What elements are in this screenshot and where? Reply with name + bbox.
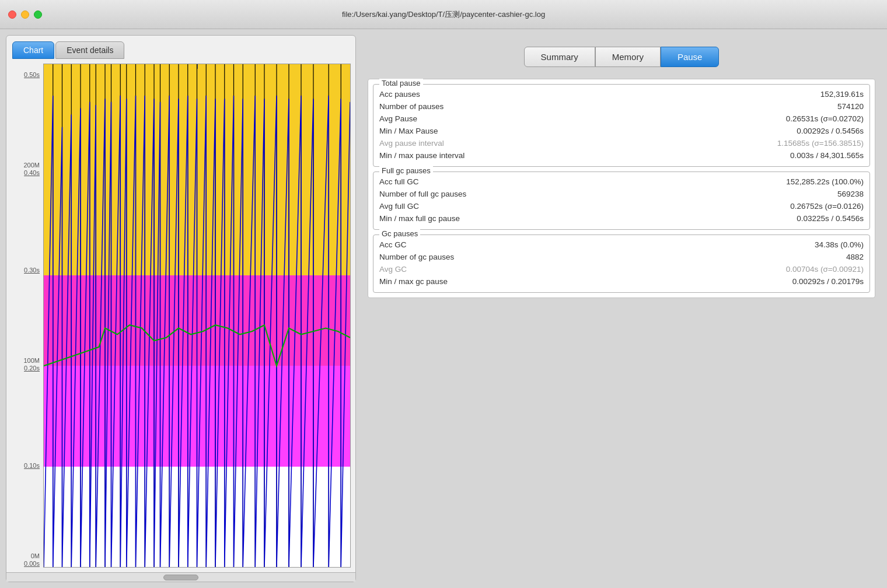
num-gc-value: 4882 [846, 253, 864, 261]
min-max-full-gc-label: Min / max full gc pause [379, 214, 460, 223]
avg-pause-label: Avg Pause [379, 114, 417, 123]
gc-pauses-title: Gc pauses [379, 229, 420, 238]
chart-tab-bar: Chart Event details [6, 36, 355, 59]
chart-area: 0.50s 200M 0.40s 0.30s 100M 0.20s 0.10s [6, 59, 355, 572]
avg-gc-label: Avg GC [379, 265, 407, 274]
right-tab-bar: Summary Memory Pause [368, 47, 875, 67]
num-full-gc-row: Number of full gc pauses 569238 [379, 188, 864, 200]
acc-full-gc-label: Acc full GC [379, 177, 419, 186]
min-max-gc-value: 0.00292s / 0.20179s [792, 277, 864, 286]
min-max-interval-value: 0.003s / 84,301.565s [790, 151, 864, 160]
chart-panel: Chart Event details 0.50s 200M 0.40s 0.3… [6, 35, 356, 582]
total-pause-title: Total pause [379, 79, 423, 88]
acc-full-gc-row: Acc full GC 152,285.22s (100.0%) [379, 176, 864, 188]
chart-tab[interactable]: Chart [12, 41, 54, 59]
acc-gc-label: Acc GC [379, 240, 407, 249]
num-full-gc-label: Number of full gc pauses [379, 190, 466, 198]
acc-pauses-row: Acc pauses 152,319.61s [379, 88, 864, 100]
traffic-lights [8, 10, 42, 19]
min-max-gc-label: Min / max gc pause [379, 277, 448, 286]
avg-pause-row: Avg Pause 0.26531s (σ=0.02702) [379, 113, 864, 125]
event-details-tab[interactable]: Event details [55, 41, 124, 59]
acc-gc-value: 34.38s (0.0%) [815, 240, 864, 249]
scrollbar-area[interactable] [6, 572, 355, 582]
scrollbar-thumb[interactable] [163, 575, 198, 580]
right-panel: Summary Memory Pause Total pause Acc pau… [362, 35, 881, 582]
avg-gc-value: 0.00704s (σ=0.00921) [786, 265, 864, 274]
avg-interval-label: Avg pause interval [379, 139, 444, 148]
full-gc-title: Full gc pauses [379, 166, 433, 175]
min-max-pause-value: 0.00292s / 0.5456s [797, 127, 864, 135]
num-pauses-value: 574120 [837, 102, 864, 111]
acc-pauses-value: 152,319.61s [820, 90, 864, 99]
min-max-pause-row: Min / Max Pause 0.00292s / 0.5456s [379, 125, 864, 137]
avg-gc-row: Avg GC 0.00704s (σ=0.00921) [379, 263, 864, 275]
summary-tab[interactable]: Summary [524, 47, 595, 67]
maximize-button[interactable] [34, 10, 42, 19]
avg-pause-value: 0.26531s (σ=0.02702) [786, 114, 864, 123]
num-full-gc-value: 569238 [837, 190, 864, 198]
min-max-interval-row: Min / max pause interval 0.003s / 84,301… [379, 149, 864, 162]
acc-full-gc-value: 152,285.22s (100.0%) [786, 177, 864, 186]
y-label-low: 0.10s [24, 454, 40, 470]
num-pauses-label: Number of pauses [379, 102, 443, 111]
num-pauses-row: Number of pauses 574120 [379, 100, 864, 113]
min-max-full-gc-row: Min / max full gc pause 0.03225s / 0.545… [379, 212, 864, 225]
avg-full-gc-value: 0.26752s (σ=0.0126) [790, 202, 864, 211]
green-curve-svg [44, 64, 350, 567]
min-max-full-gc-value: 0.03225s / 0.5456s [797, 214, 864, 223]
y-label-mid: 0.30s [24, 259, 40, 274]
acc-gc-row: Acc GC 34.38s (0.0%) [379, 239, 864, 251]
minimize-button[interactable] [21, 10, 29, 19]
min-max-gc-row: Min / max gc pause 0.00292s / 0.20179s [379, 275, 864, 288]
min-max-pause-label: Min / Max Pause [379, 127, 438, 135]
window-title: file:/Users/kai.yang/Desktop/T/压测/paycen… [342, 9, 545, 20]
avg-interval-value: 1.15685s (σ=156.38515) [777, 139, 864, 148]
avg-full-gc-label: Avg full GC [379, 202, 419, 211]
close-button[interactable] [8, 10, 16, 19]
num-gc-row: Number of gc pauses 4882 [379, 251, 864, 263]
y-label-bottom: 0M 0.00s [24, 552, 40, 568]
y-label-100m: 100M 0.20s [23, 357, 40, 372]
min-max-interval-label: Min / max pause interval [379, 151, 465, 160]
num-gc-label: Number of gc pauses [379, 253, 454, 261]
full-gc-section: Full gc pauses Acc full GC 152,285.22s (… [373, 172, 870, 230]
main-content: Chart Event details 0.50s 200M 0.40s 0.3… [0, 29, 887, 588]
y-label-top: 0.50s [24, 64, 40, 79]
top-tick [197, 64, 198, 69]
pause-tab[interactable]: Pause [661, 47, 720, 67]
total-pause-section: Total pause Acc pauses 152,319.61s Numbe… [373, 84, 870, 167]
acc-pauses-label: Acc pauses [379, 90, 420, 99]
chart-canvas[interactable] [43, 64, 351, 568]
avg-full-gc-row: Avg full GC 0.26752s (σ=0.0126) [379, 200, 864, 212]
y-label-200m: 200M 0.40s [23, 162, 40, 177]
title-bar: file:/Users/kai.yang/Desktop/T/压测/paycen… [0, 0, 887, 29]
memory-tab[interactable]: Memory [595, 47, 661, 67]
stats-container: Total pause Acc pauses 152,319.61s Numbe… [368, 79, 875, 298]
gc-pauses-section: Gc pauses Acc GC 34.38s (0.0%) Number of… [373, 235, 870, 293]
y-axis: 0.50s 200M 0.40s 0.30s 100M 0.20s 0.10s [11, 64, 43, 568]
avg-interval-row: Avg pause interval 1.15685s (σ=156.38515… [379, 137, 864, 149]
